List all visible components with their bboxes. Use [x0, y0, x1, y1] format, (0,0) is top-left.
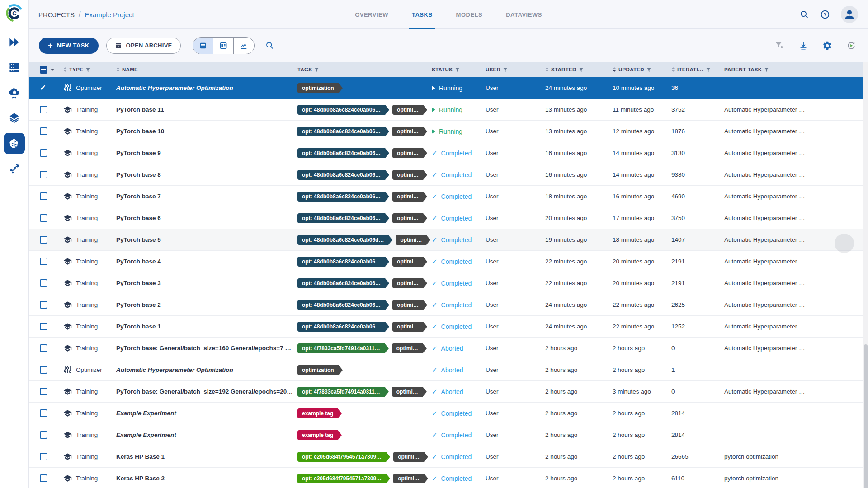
- filter-funnel-icon[interactable]: [764, 67, 769, 72]
- download-icon[interactable]: [798, 41, 808, 51]
- table-row[interactable]: TrainingExample Experimentexample tag✓Co…: [29, 424, 868, 446]
- auto-refresh-icon[interactable]: [846, 41, 856, 51]
- row-checkbox[interactable]: [40, 409, 47, 417]
- task-name[interactable]: PyTorch base 6: [116, 215, 297, 221]
- select-all-checkbox[interactable]: [40, 66, 47, 74]
- table-row[interactable]: TrainingPyTorch base 2opt: 48db0b8a6c824…: [29, 294, 868, 316]
- filter-funnel-icon[interactable]: [85, 67, 90, 72]
- table-row[interactable]: TrainingPyTorch base 1opt: 48db0b8a6c824…: [29, 316, 868, 338]
- tab-overview[interactable]: OVERVIEW: [355, 0, 388, 29]
- tag-chip[interactable]: opt: e205d684f7954571a7309…: [297, 474, 386, 483]
- sidebar-item-projects[interactable]: [4, 133, 25, 154]
- task-name[interactable]: Automatic Hyperparameter Optimization: [116, 366, 297, 373]
- tag-chip[interactable]: opt: 48db0b8a6c824ce0ab06…: [297, 127, 385, 136]
- tag-chip[interactable]: opt: 48db0b8a6c824ce0ab06…: [297, 105, 385, 115]
- settings-gear-icon[interactable]: [822, 41, 832, 51]
- filter-funnel-icon[interactable]: [455, 67, 460, 72]
- sort-icon[interactable]: [671, 67, 675, 72]
- row-checkbox[interactable]: [40, 214, 47, 222]
- tab-dataviews[interactable]: DATAVIEWS: [506, 0, 542, 29]
- tag-chip[interactable]: optimi…: [392, 322, 423, 332]
- tag-chip[interactable]: optimi…: [392, 257, 423, 267]
- scroll-hint-circle[interactable]: [835, 234, 854, 253]
- column-header-started[interactable]: STARTED: [545, 67, 613, 72]
- tag-chip[interactable]: optimization: [297, 365, 339, 375]
- table-row[interactable]: TrainingPyTorch base 8opt: 48db0b8a6c824…: [29, 164, 868, 186]
- row-checkbox[interactable]: [40, 431, 47, 439]
- sidebar-item-pipelines[interactable]: [4, 158, 25, 179]
- row-checkbox[interactable]: [40, 258, 47, 265]
- tag-chip[interactable]: optimi…: [396, 235, 426, 245]
- sidebar-item-cloud[interactable]: [4, 82, 25, 103]
- tag-chip[interactable]: optimi…: [392, 278, 423, 288]
- tag-chip[interactable]: opt: 48db0b8a6c824ce0ab06…: [297, 322, 385, 332]
- row-checkbox[interactable]: [40, 344, 47, 352]
- tag-chip[interactable]: optimi…: [392, 170, 423, 180]
- tag-chip[interactable]: opt: 48db0b8a6c824ce0ab06…: [297, 300, 385, 310]
- task-name[interactable]: PyTorch base: General/batch_size=192 Gen…: [116, 388, 297, 395]
- row-checkbox[interactable]: [40, 323, 47, 330]
- table-row[interactable]: TrainingPyTorch base: General/batch_size…: [29, 381, 868, 403]
- row-checkbox[interactable]: [40, 301, 47, 309]
- charts-view-button[interactable]: [234, 38, 254, 54]
- tag-chip[interactable]: opt: 4f7833ca5fd74914a0311…: [297, 343, 385, 353]
- filter-funnel-icon[interactable]: [579, 67, 584, 72]
- table-row[interactable]: TrainingPyTorch base: General/batch_size…: [29, 338, 868, 359]
- row-checkbox[interactable]: [40, 106, 47, 113]
- task-name[interactable]: PyTorch base 1: [116, 323, 297, 330]
- column-header-iterati[interactable]: ITERATI…: [671, 67, 724, 72]
- tag-chip[interactable]: opt: 48db0b8a6c824ce0ab06…: [297, 257, 385, 267]
- task-name[interactable]: Example Experiment: [116, 410, 297, 417]
- row-checkbox[interactable]: [40, 474, 47, 482]
- column-header-tags[interactable]: TAGS: [297, 67, 432, 72]
- task-name[interactable]: PyTorch base 5: [116, 236, 297, 243]
- select-dropdown-caret-icon[interactable]: [51, 69, 54, 71]
- task-name[interactable]: Example Experiment: [116, 432, 297, 438]
- table-view-button[interactable]: [193, 38, 213, 54]
- help-icon[interactable]: ?: [820, 9, 830, 19]
- table-search-icon[interactable]: [265, 41, 274, 50]
- table-row[interactable]: TrainingPyTorch base 10opt: 48db0b8a6c82…: [29, 121, 868, 142]
- tag-chip[interactable]: optimi…: [393, 474, 424, 483]
- tag-chip[interactable]: opt: 4f7833ca5fd74914a0311…: [297, 387, 385, 397]
- task-name[interactable]: PyTorch base 11: [116, 106, 297, 113]
- tag-chip[interactable]: optimi…: [393, 452, 424, 462]
- search-icon[interactable]: [799, 9, 809, 19]
- table-row[interactable]: TrainingKeras HP Base 2opt: e205d684f795…: [29, 468, 868, 488]
- tag-chip[interactable]: opt: e205d684f7954571a7309…: [297, 452, 386, 462]
- clear-filters-icon[interactable]: [774, 41, 784, 51]
- sort-icon[interactable]: [613, 67, 616, 72]
- table-row[interactable]: TrainingPyTorch base 6opt: 48db0b8a6c824…: [29, 207, 868, 229]
- tag-chip[interactable]: optimi…: [392, 105, 423, 115]
- task-name[interactable]: PyTorch base 2: [116, 301, 297, 308]
- column-header-name[interactable]: NAME: [116, 67, 297, 72]
- task-name[interactable]: PyTorch base 3: [116, 280, 297, 286]
- task-name[interactable]: PyTorch base 8: [116, 171, 297, 178]
- task-name[interactable]: PyTorch base 4: [116, 258, 297, 265]
- tag-chip[interactable]: optimi…: [392, 127, 423, 136]
- filter-funnel-icon[interactable]: [314, 67, 319, 72]
- filter-funnel-icon[interactable]: [503, 67, 508, 72]
- clearml-logo-icon[interactable]: C: [5, 4, 24, 23]
- column-header-user[interactable]: USER: [486, 67, 545, 72]
- table-row[interactable]: TrainingPyTorch base 4opt: 48db0b8a6c824…: [29, 251, 868, 272]
- tag-chip[interactable]: optimi…: [392, 148, 423, 158]
- table-row[interactable]: TrainingPyTorch base 9opt: 48db0b8a6c824…: [29, 142, 868, 164]
- filter-funnel-icon[interactable]: [646, 67, 651, 72]
- scrollbar-thumb[interactable]: [864, 344, 868, 488]
- task-name[interactable]: PyTorch base: General/batch_size=160 Gen…: [116, 345, 297, 352]
- task-name[interactable]: Keras HP Base 1: [116, 453, 297, 460]
- user-avatar[interactable]: [841, 6, 858, 23]
- table-row[interactable]: TrainingPyTorch base 3opt: 48db0b8a6c824…: [29, 272, 868, 294]
- row-checkbox[interactable]: [40, 171, 47, 178]
- task-name[interactable]: PyTorch base 7: [116, 193, 297, 200]
- row-checkbox[interactable]: [40, 279, 47, 287]
- sidebar-item-launch[interactable]: [4, 32, 25, 53]
- tag-chip[interactable]: optimi…: [392, 192, 423, 202]
- tag-chip[interactable]: opt: 48db0b8a6c824ce0ab06…: [297, 213, 385, 223]
- sidebar-item-workers-queues[interactable]: [4, 57, 25, 78]
- sort-icon[interactable]: [116, 67, 120, 72]
- sort-icon[interactable]: [63, 67, 67, 72]
- sidebar-item-datasets[interactable]: [4, 108, 25, 129]
- sort-icon[interactable]: [545, 67, 549, 72]
